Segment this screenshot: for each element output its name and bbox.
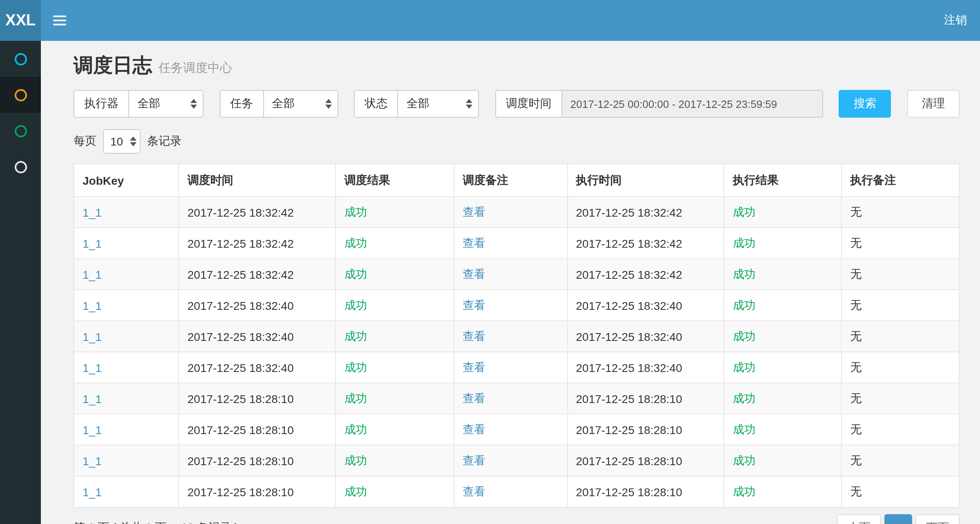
view-trigger-msg-link[interactable]: 查看 (463, 267, 486, 280)
cell-trigger-msg: 查看 (454, 290, 567, 321)
cell-handle-msg: 无 (841, 352, 959, 383)
search-button[interactable]: 搜索 (839, 90, 891, 118)
page-size-select[interactable]: 10 (103, 129, 141, 154)
cell-trigger-time: 2017-12-25 18:32:40 (179, 352, 336, 383)
jobkey-link[interactable]: 1_1 (83, 423, 102, 436)
handle-result-text: 成功 (733, 360, 756, 373)
table-row: 1_1 2017-12-25 18:28:10 成功 查看 2017-12-25… (74, 445, 959, 476)
cell-jobkey: 1_1 (74, 445, 179, 476)
jobkey-link[interactable]: 1_1 (83, 392, 102, 405)
handle-result-text: 成功 (733, 422, 756, 435)
cell-trigger-msg: 查看 (454, 321, 567, 352)
cell-handle-time: 2017-12-25 18:28:10 (567, 414, 724, 445)
cell-trigger-result: 成功 (336, 290, 454, 321)
jobkey-link[interactable]: 1_1 (83, 361, 102, 374)
cell-trigger-msg: 查看 (454, 445, 567, 476)
table-footer: 第 1 页 ( 总共 1 页， 10 条记录 ) 上页 1 下页 (74, 514, 960, 524)
handle-result-text: 成功 (733, 391, 756, 404)
trigger-time-range-input[interactable] (562, 90, 823, 118)
cell-handle-msg: 无 (841, 321, 959, 352)
cell-handle-msg: 无 (841, 445, 959, 476)
trigger-result-text: 成功 (344, 391, 367, 404)
table-row: 1_1 2017-12-25 18:32:40 成功 查看 2017-12-25… (74, 290, 959, 321)
sidebar-item-3[interactable] (0, 113, 41, 149)
logo[interactable]: XXL (0, 0, 41, 41)
cell-handle-result: 成功 (724, 414, 841, 445)
clear-button[interactable]: 清理 (907, 90, 960, 118)
handle-result-text: 成功 (733, 484, 756, 497)
view-trigger-msg-link[interactable]: 查看 (463, 422, 486, 435)
trigger-result-text: 成功 (344, 329, 367, 342)
pagination-info: 第 1 页 ( 总共 1 页， 10 条记录 ) (74, 521, 238, 524)
trigger-result-text: 成功 (344, 267, 367, 280)
executor-select[interactable]: 全部 (128, 90, 204, 118)
sidebar-item-4[interactable] (0, 149, 41, 185)
status-select[interactable]: 全部 (397, 90, 479, 118)
circle-outline-icon (14, 89, 27, 101)
job-select-value: 全部 (272, 96, 295, 111)
top-navbar: XXL 注销 (0, 0, 980, 41)
jobkey-link[interactable]: 1_1 (83, 206, 102, 219)
view-trigger-msg-link[interactable]: 查看 (463, 205, 486, 218)
cell-handle-result: 成功 (724, 321, 841, 352)
circle-outline-icon (14, 161, 27, 173)
jobkey-link[interactable]: 1_1 (83, 268, 102, 281)
jobkey-link[interactable]: 1_1 (83, 237, 102, 250)
sidebar-item-2[interactable] (0, 77, 41, 113)
cell-handle-result: 成功 (724, 476, 841, 507)
jobkey-link[interactable]: 1_1 (83, 299, 102, 312)
cell-trigger-result: 成功 (336, 476, 454, 507)
sidebar-item-1[interactable] (0, 41, 41, 77)
job-select[interactable]: 全部 (263, 90, 338, 118)
cell-jobkey: 1_1 (74, 414, 179, 445)
cell-jobkey: 1_1 (74, 259, 179, 290)
status-filter-label: 状态 (354, 90, 397, 118)
cell-jobkey: 1_1 (74, 228, 179, 259)
cell-handle-time: 2017-12-25 18:28:10 (567, 383, 724, 414)
log-table: JobKey调度时间调度结果调度备注执行时间执行结果执行备注操作 1_1 201… (74, 163, 960, 508)
pagination-next-button[interactable]: 下页 (915, 514, 960, 524)
page-subtitle: 任务调度中心 (159, 60, 232, 76)
view-trigger-msg-link[interactable]: 查看 (463, 484, 486, 497)
cell-jobkey: 1_1 (74, 197, 179, 228)
jobkey-link[interactable]: 1_1 (83, 485, 102, 498)
handle-result-text: 成功 (733, 205, 756, 218)
cell-trigger-time: 2017-12-25 18:28:10 (179, 476, 336, 507)
cell-handle-result: 成功 (724, 228, 841, 259)
cell-trigger-time: 2017-12-25 18:32:42 (179, 228, 336, 259)
trigger-result-text: 成功 (344, 453, 367, 466)
table-row: 1_1 2017-12-25 18:28:10 成功 查看 2017-12-25… (74, 476, 959, 507)
sidebar (0, 41, 41, 524)
cell-handle-time: 2017-12-25 18:32:40 (567, 321, 724, 352)
view-trigger-msg-link[interactable]: 查看 (463, 360, 486, 373)
pagination-page-1-button[interactable]: 1 (884, 514, 912, 524)
cell-jobkey: 1_1 (74, 352, 179, 383)
view-trigger-msg-link[interactable]: 查看 (463, 236, 486, 249)
column-header-6: 执行结果 (724, 164, 841, 197)
jobkey-link[interactable]: 1_1 (83, 330, 102, 343)
cell-trigger-time: 2017-12-25 18:32:42 (179, 197, 336, 228)
handle-result-text: 成功 (733, 329, 756, 342)
table-row: 1_1 2017-12-25 18:32:42 成功 查看 2017-12-25… (74, 259, 959, 290)
select-spinner-icon (190, 99, 197, 109)
page-size-value: 10 (110, 135, 123, 148)
logout-link[interactable]: 注销 (931, 0, 980, 41)
pagination-prev-button[interactable]: 上页 (837, 514, 881, 524)
cell-trigger-msg: 查看 (454, 476, 567, 507)
column-header-7: 执行备注 (841, 164, 959, 197)
cell-handle-result: 成功 (724, 352, 841, 383)
cell-handle-msg: 无 (841, 476, 959, 507)
cell-handle-result: 成功 (724, 290, 841, 321)
trigger-result-text: 成功 (344, 298, 367, 311)
view-trigger-msg-link[interactable]: 查看 (463, 391, 486, 404)
cell-handle-msg: 无 (841, 414, 959, 445)
circle-outline-icon (14, 53, 27, 65)
cell-trigger-time: 2017-12-25 18:32:40 (179, 290, 336, 321)
view-trigger-msg-link[interactable]: 查看 (463, 453, 486, 466)
trigger-time-filter-label: 调度时间 (495, 90, 562, 118)
sidebar-toggle-button[interactable] (41, 0, 78, 41)
jobkey-link[interactable]: 1_1 (83, 454, 102, 467)
executor-select-value: 全部 (137, 96, 160, 111)
view-trigger-msg-link[interactable]: 查看 (463, 298, 486, 311)
view-trigger-msg-link[interactable]: 查看 (463, 329, 486, 342)
